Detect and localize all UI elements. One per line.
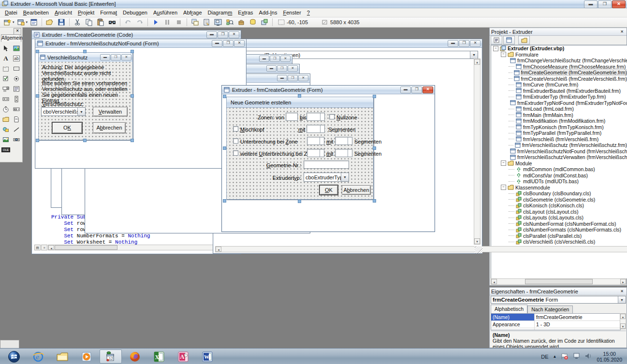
nf-restore-button[interactable]: ❐ — [223, 40, 233, 47]
tree-item-frmextrudertypnotfound[interactable]: frmExtruderTypNotFound (frmExtruderTypNo… — [491, 100, 627, 106]
toolbox-tab-allgemein[interactable]: Allgemein — [1, 34, 21, 42]
properties-grid-scrollbar[interactable]: ▴ ▾ — [620, 313, 626, 329]
extrudertyp-combobox[interactable]: cboExtruderTyp ▼ — [304, 173, 349, 182]
code2-h-scrollbar[interactable]: ◂ ▸ — [215, 246, 627, 252]
add-form-icon[interactable] — [15, 17, 26, 27]
show-hidden-icons-icon[interactable]: ▲ — [553, 354, 557, 359]
toolbox-close-icon[interactable]: ✕ — [14, 28, 21, 35]
zone-bis-textbox[interactable] — [306, 113, 325, 121]
tree-collapse-icon[interactable]: − — [501, 185, 506, 190]
menu-item-debuggen[interactable]: Debuggen — [120, 9, 150, 16]
menu-item-?[interactable]: ? — [304, 9, 313, 16]
casc1-close-button[interactable]: ✕ — [280, 56, 291, 62]
tool-timer-icon[interactable] — [1, 105, 11, 113]
menu-item-datei[interactable]: Datei — [2, 9, 20, 16]
cg-titlebar[interactable]: Extruder - frmCreateGeometrie (Form) ▬ ❐… — [222, 86, 435, 94]
open-icon[interactable] — [44, 17, 55, 27]
property-row-autoredraw[interactable]: AutoRedrawFalse — [491, 328, 620, 330]
weitere-segmente-textbox[interactable] — [335, 149, 352, 157]
taskbar-access-icon[interactable]: A — [172, 349, 194, 364]
tree-item-clsboundary[interactable]: clsBoundary (clsBoundary.cls) — [491, 190, 627, 197]
designer-window-notfound[interactable]: Extruder - frmVerschleißschutzNotFound (… — [35, 39, 247, 169]
selection-handle[interactable] — [36, 50, 39, 53]
properties-panel-close-icon[interactable]: ✕ — [618, 288, 626, 295]
procedure-view-button[interactable]: ▤ — [34, 245, 41, 250]
taskbar-windows-explorer-icon[interactable] — [51, 349, 73, 364]
menu-item-fenster[interactable]: Fenster — [280, 9, 304, 16]
selection-handle[interactable] — [131, 139, 134, 142]
tree-item-frmextrudertyp[interactable]: frmExtruderTyp (frmExtruderTyp.frm) — [491, 94, 627, 100]
menu-item-projekt[interactable]: Projekt — [75, 9, 97, 16]
project-tree-h-scrollbar[interactable]: ◂ ▸ — [491, 278, 627, 285]
properties-object-combobox[interactable]: frmCreateGeometrie Form ▼ — [491, 296, 626, 304]
project-explorer-icon[interactable] — [190, 17, 200, 27]
add-project-dropdown-icon[interactable]: ▾ — [13, 20, 15, 24]
tool-drivelistbox-icon[interactable] — [12, 105, 21, 113]
casc2-minimize-button[interactable]: ▬ — [266, 65, 277, 72]
resize-grip[interactable] — [475, 246, 482, 253]
view-object-button[interactable] — [503, 36, 515, 44]
code2-restore-button[interactable]: ❐ — [459, 40, 469, 47]
unterbrechung-zone-textbox[interactable] — [307, 137, 324, 145]
tree-item-clsgeometrie[interactable]: clsGeometrie (clsGeometrie.cls) — [491, 197, 627, 203]
vs-combobox[interactable]: cboVerschleißschu ▼ — [41, 107, 86, 116]
weitere-unterbrechung-checkbox[interactable] — [233, 150, 238, 156]
start-icon[interactable] — [150, 17, 161, 27]
toggle-folders-button[interactable] — [518, 36, 530, 44]
tool-textbox-icon[interactable]: ab — [12, 54, 21, 62]
menu-item-ausfhren[interactable]: Ausführen — [150, 9, 180, 16]
tree-item-frmmain[interactable]: frmMain (frmMain.frm) — [491, 112, 627, 118]
casc2-close-button[interactable]: ✕ — [288, 65, 298, 72]
end-icon[interactable] — [174, 17, 184, 27]
geometrie-nr-textbox[interactable] — [304, 160, 349, 169]
restore-button[interactable]: ❐ — [598, 0, 612, 8]
tool-filelistbox-icon[interactable] — [12, 115, 21, 123]
menu-item-bearbeiten[interactable]: Bearbeiten — [20, 9, 52, 16]
tool-optionbutton-icon[interactable] — [12, 74, 21, 83]
taskbar-excel-icon[interactable]: X — [148, 349, 170, 364]
tree-item-folder-klassenmodule[interactable]: −Klassenmodule — [491, 185, 627, 191]
nf-minimize-button[interactable]: ▬ — [212, 40, 222, 47]
selection-handle[interactable] — [36, 94, 39, 98]
action-center-icon[interactable] — [561, 353, 569, 361]
cg-abbrechen-button[interactable]: Abbrechen — [342, 185, 371, 195]
vs-abbrechen-button[interactable]: Abbrechen — [93, 122, 126, 133]
cut-icon[interactable] — [72, 17, 83, 27]
menu-item-format[interactable]: Format — [97, 9, 120, 16]
extrudertyp-combo-arrow-icon[interactable]: ▼ — [341, 173, 349, 181]
tree-item-frmverschleißschutz[interactable]: frmVerschleißschutz (frmVerschleißschutz… — [491, 142, 627, 148]
combo-dropdown-icon[interactable]: ▼ — [470, 51, 478, 58]
selection-handle[interactable] — [373, 199, 376, 203]
vs-restore-button[interactable]: ❐ — [111, 54, 121, 60]
cg-close-button[interactable]: ✕ — [423, 87, 433, 93]
unterbrechung-segmente-textbox[interactable] — [335, 137, 352, 145]
tree-item-frmtypkonisch[interactable]: frmTypKonisch (frmTypKonisch.frm) — [491, 124, 627, 131]
property-row-name[interactable]: (Name)frmCreateGeometrie — [491, 314, 620, 321]
selection-handle[interactable] — [83, 139, 87, 142]
tool-shape-icon[interactable] — [1, 125, 11, 133]
code2-v-scrollbar[interactable]: ▴ ▾ — [474, 58, 481, 245]
redo-icon[interactable] — [134, 17, 145, 27]
find-icon[interactable] — [107, 17, 117, 27]
tree-item-frmcurve[interactable]: frmCurve (frmCurve.frm) — [491, 82, 627, 88]
tree-item-clsnumberformats[interactable]: clsNumberFormats (clsNumberFormats.cls) — [491, 227, 627, 233]
menu-item-diagramm[interactable]: Diagramm — [205, 9, 235, 16]
mischkopf-segmente-textbox[interactable] — [306, 125, 325, 133]
data-view-icon[interactable] — [248, 17, 258, 27]
paste-icon[interactable] — [95, 17, 106, 27]
menu-item-ansicht[interactable]: Ansicht — [52, 9, 75, 16]
casc3-minimize-button[interactable]: ▬ — [277, 75, 287, 81]
tree-item-frmcreateverschleiß[interactable]: frmCreateVerschleiß (frmCreateVerschleiß… — [491, 76, 627, 82]
code-window-titlebar[interactable]: Extruder - frmCreateGeometrie (Code) ▬ ❐… — [32, 30, 241, 39]
tree-item-frmverschleiß[interactable]: frmVerschleiß (frmVerschleiß.frm) — [491, 136, 627, 143]
add-form-dropdown-icon[interactable]: ▾ — [26, 20, 28, 24]
vs-verwalten-button[interactable]: Verwalten — [93, 107, 128, 116]
tree-item-mdludts[interactable]: mdlUDTs (mdlUDTs.bas) — [491, 178, 627, 185]
code2-titlebar[interactable]: ▬ ❐ ✕ — [213, 39, 482, 48]
taskbar-media-player-icon[interactable] — [75, 349, 98, 364]
taskbar-vb6-app-icon[interactable]: 12 — [100, 349, 122, 364]
tool-pointer-icon[interactable] — [1, 44, 11, 52]
taskbar-word-icon[interactable]: W — [196, 349, 219, 364]
tree-item-clskonisch[interactable]: clsKonisch (clsKonisch.cls) — [491, 203, 627, 209]
toolbox-icon[interactable] — [236, 17, 247, 27]
